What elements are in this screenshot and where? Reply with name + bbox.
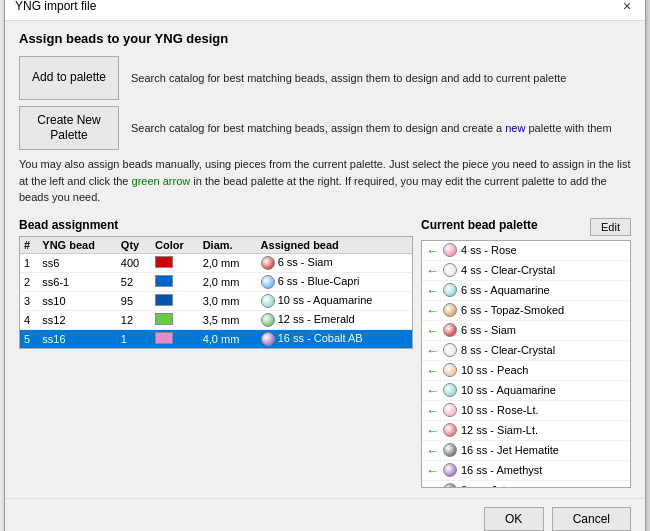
palette-item-label: 16 ss - Amethyst <box>461 464 542 476</box>
palette-bead-icon <box>443 463 457 477</box>
list-item[interactable]: ←4 ss - Rose <box>422 241 630 261</box>
palette-bead-icon <box>443 363 457 377</box>
content-area: Assign beads to your YNG design Add to p… <box>5 21 645 498</box>
col-diam: Diam. <box>199 237 257 254</box>
green-arrow-icon[interactable]: ← <box>426 483 439 488</box>
bead-table-header: # YNG bead Qty Color Diam. Assigned bead <box>20 237 412 254</box>
color-swatch <box>155 294 173 306</box>
cell-qty: 400 <box>117 253 151 272</box>
list-item[interactable]: ←10 ss - Peach <box>422 361 630 381</box>
palette-item-label: 6 ss - Aquamarine <box>461 284 550 296</box>
assigned-bead-label: 12 ss - Emerald <box>275 313 355 325</box>
palette-bead-icon <box>443 383 457 397</box>
assigned-bead-label: 6 ss - Siam <box>275 256 333 268</box>
table-row[interactable]: 2ss6-1522,0 mm 6 ss - Blue-Capri <box>20 272 412 291</box>
palette-item-label: 4 ss - Clear-Crystal <box>461 264 555 276</box>
cell-bead: ss10 <box>38 291 117 310</box>
palette-item-label: 16 ss - Jet Hematite <box>461 444 559 456</box>
create-new-palette-button[interactable]: Create New Palette <box>19 106 119 150</box>
assigned-bead-icon <box>261 313 275 327</box>
col-qty: Qty <box>117 237 151 254</box>
assigned-bead-icon <box>261 294 275 308</box>
cell-qty: 1 <box>117 330 151 349</box>
palette-panel: Current bead palette Edit ←4 ss - Rose←4… <box>421 218 631 488</box>
palette-bead-icon <box>443 483 457 488</box>
green-arrow-icon[interactable]: ← <box>426 363 439 378</box>
green-arrow-icon[interactable]: ← <box>426 283 439 298</box>
cancel-button[interactable]: Cancel <box>552 507 631 531</box>
list-item[interactable]: ←6 ss - Siam <box>422 321 630 341</box>
assigned-bead-icon <box>261 275 275 289</box>
list-item[interactable]: ←16 ss - Jet Hematite <box>422 441 630 461</box>
add-to-palette-desc: Search catalog for best matching beads, … <box>131 72 631 84</box>
table-row[interactable]: 4ss12123,5 mm 12 ss - Emerald <box>20 311 412 330</box>
cell-qty: 12 <box>117 311 151 330</box>
green-arrow-icon[interactable]: ← <box>426 383 439 398</box>
green-arrow-icon[interactable]: ← <box>426 403 439 418</box>
palette-item-label: 12 ss - Siam-Lt. <box>461 424 538 436</box>
list-item[interactable]: ←12 ss - Siam-Lt. <box>422 421 630 441</box>
title-bar: YNG import file × <box>5 0 645 21</box>
assigned-bead-icon <box>261 332 275 346</box>
cell-num: 4 <box>20 311 38 330</box>
green-arrow-icon[interactable]: ← <box>426 423 439 438</box>
panels: Bead assignment # YNG bead Qty Color Dia… <box>19 218 631 488</box>
table-row[interactable]: 1ss64002,0 mm 6 ss - Siam <box>20 253 412 272</box>
create-new-palette-row: Create New Palette Search catalog for be… <box>19 106 631 150</box>
green-arrow-icon[interactable]: ← <box>426 243 439 258</box>
palette-bead-icon <box>443 263 457 277</box>
list-item[interactable]: ←8 ss - Clear-Crystal <box>422 341 630 361</box>
assigned-bead-label: 10 ss - Aquamarine <box>275 294 373 306</box>
list-item[interactable]: ←16 ss - Amethyst <box>422 461 630 481</box>
close-button[interactable]: × <box>619 0 635 14</box>
assigned-bead-label: 6 ss - Blue-Capri <box>275 275 360 287</box>
cell-color <box>151 311 199 330</box>
palette-item-label: 6 ss - Siam <box>461 324 516 336</box>
list-item[interactable]: ←10 ss - Aquamarine <box>422 381 630 401</box>
col-num: # <box>20 237 38 254</box>
cell-color <box>151 291 199 310</box>
list-item[interactable]: ←6 ss - Aquamarine <box>422 281 630 301</box>
green-arrow-text: green arrow <box>132 175 191 187</box>
palette-list[interactable]: ←4 ss - Rose←4 ss - Clear-Crystal←6 ss -… <box>421 240 631 488</box>
cell-assigned: 12 ss - Emerald <box>257 311 412 330</box>
list-item[interactable]: ←6 ss - Topaz-Smoked <box>422 301 630 321</box>
add-to-palette-button[interactable]: Add to palette <box>19 56 119 100</box>
green-arrow-icon[interactable]: ← <box>426 463 439 478</box>
list-item[interactable]: ←4 ss - Clear-Crystal <box>422 261 630 281</box>
assigned-bead-label: 16 ss - Cobalt AB <box>275 332 363 344</box>
table-row[interactable]: 3ss10953,0 mm 10 ss - Aquamarine <box>20 291 412 310</box>
cell-assigned: 6 ss - Blue-Capri <box>257 272 412 291</box>
assigned-bead-icon <box>261 256 275 270</box>
green-arrow-icon[interactable]: ← <box>426 443 439 458</box>
color-swatch <box>155 256 173 268</box>
create-new-palette-desc: Search catalog for best matching beads, … <box>131 122 631 134</box>
new-link: new <box>505 122 525 134</box>
green-arrow-icon[interactable]: ← <box>426 303 439 318</box>
footer: OK Cancel <box>5 498 645 531</box>
edit-button[interactable]: Edit <box>590 218 631 236</box>
col-bead: YNG bead <box>38 237 117 254</box>
palette-item-label: 10 ss - Rose-Lt. <box>461 404 539 416</box>
palette-item-label: 8 ss - Jet <box>461 484 506 488</box>
ok-button[interactable]: OK <box>484 507 544 531</box>
info-text: You may also assign beads manually, usin… <box>19 156 631 206</box>
list-item[interactable]: ←8 ss - Jet <box>422 481 630 488</box>
cell-diam: 3,5 mm <box>199 311 257 330</box>
palette-item-label: 6 ss - Topaz-Smoked <box>461 304 564 316</box>
table-row[interactable]: 5ss1614,0 mm 16 ss - Cobalt AB <box>20 330 412 349</box>
palette-bead-icon <box>443 283 457 297</box>
palette-bead-icon <box>443 243 457 257</box>
cell-bead: ss6 <box>38 253 117 272</box>
green-arrow-icon[interactable]: ← <box>426 343 439 358</box>
cell-color <box>151 272 199 291</box>
bead-table-container: # YNG bead Qty Color Diam. Assigned bead… <box>19 236 413 349</box>
list-item[interactable]: ←10 ss - Rose-Lt. <box>422 401 630 421</box>
cell-num: 3 <box>20 291 38 310</box>
green-arrow-icon[interactable]: ← <box>426 263 439 278</box>
cell-bead: ss16 <box>38 330 117 349</box>
green-arrow-icon[interactable]: ← <box>426 323 439 338</box>
bead-assignment-panel: Bead assignment # YNG bead Qty Color Dia… <box>19 218 413 488</box>
cell-qty: 52 <box>117 272 151 291</box>
col-color: Color <box>151 237 199 254</box>
